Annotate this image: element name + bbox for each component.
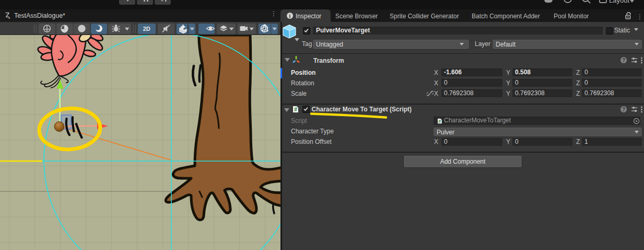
svg-text:#: # <box>294 107 297 112</box>
svg-text:?: ? <box>622 107 625 112</box>
svg-text:#: # <box>439 119 441 124</box>
svg-text:?: ? <box>622 58 625 63</box>
